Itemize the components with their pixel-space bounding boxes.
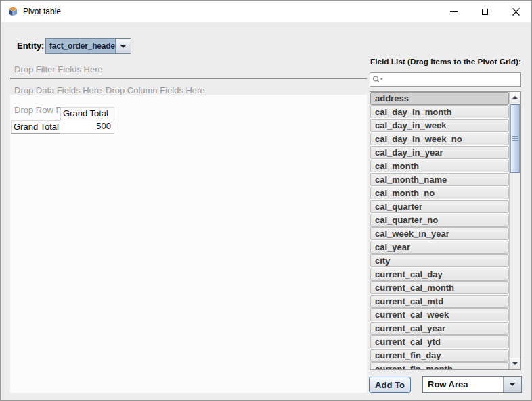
row-header-grand-total[interactable]: Grand Total	[11, 120, 60, 134]
field-search-input[interactable]	[384, 73, 520, 86]
add-to-button[interactable]: Add To	[369, 377, 411, 393]
field-list-item-label: current_cal_day	[375, 269, 443, 279]
entity-label: Entity:	[17, 41, 44, 51]
area-combobox-value: Row Area	[423, 377, 503, 392]
field-list-item[interactable]: cal_quarter	[370, 200, 509, 213]
maximize-icon	[482, 9, 488, 15]
close-button[interactable]	[500, 1, 531, 22]
field-list-item-label: cal_day_in_week	[375, 120, 447, 131]
field-list-item[interactable]: cal_month_no	[370, 187, 509, 199]
field-list-item[interactable]: current_cal_mtd	[370, 295, 509, 308]
field-list-item-label: city	[375, 256, 390, 266]
scroll-down-button[interactable]	[510, 358, 520, 369]
window-title: Pivot table	[23, 7, 61, 16]
minimize-icon	[450, 11, 458, 12]
minimize-button[interactable]	[438, 1, 469, 22]
pivot-table-window: Pivot table Entity: fact_order_header Dr…	[0, 0, 532, 401]
drop-filter-zone[interactable]: Drop Filter Fields Here	[14, 64, 103, 74]
field-list-item-label: cal_quarter	[375, 202, 422, 212]
field-list-item-label: cal_day_in_year	[375, 147, 443, 158]
field-list-item[interactable]: cal_quarter_no	[370, 214, 509, 227]
field-list-item[interactable]: cal_month_name	[370, 173, 509, 186]
field-list-items: addresscal_day_in_monthcal_day_in_weekca…	[370, 92, 509, 369]
field-list-item-label: cal_month_name	[375, 174, 447, 185]
field-list-item[interactable]: current_fin_day	[370, 349, 509, 362]
field-list-item-label: cal_year	[375, 242, 410, 252]
scroll-up-button[interactable]	[510, 92, 520, 103]
maximize-button[interactable]	[469, 1, 500, 22]
field-list-item-label: address	[375, 93, 409, 103]
grand-total-value-cell: 500	[60, 120, 114, 134]
field-list-item-label: current_cal_month	[375, 283, 454, 293]
pivot-grid-canvas: Drop Row Fields Here Grand Total Grand T…	[10, 95, 367, 393]
entity-combobox[interactable]: fact_order_header	[45, 38, 131, 54]
field-list-item[interactable]: current_cal_month	[370, 281, 509, 294]
field-list-item-label: cal_quarter_no	[375, 215, 438, 225]
field-search-box[interactable]	[370, 72, 521, 87]
window-controls	[438, 1, 531, 22]
field-list-item[interactable]: cal_day_in_week	[370, 119, 509, 132]
entity-combobox-arrow-button[interactable]	[115, 39, 131, 53]
field-list-item-label: current_cal_mtd	[375, 296, 443, 306]
field-list-item-label: cal_week_in_year	[375, 229, 449, 239]
area-combobox-arrow-button[interactable]	[503, 377, 521, 392]
field-list-scrollbar[interactable]	[509, 92, 520, 369]
search-icon	[372, 75, 384, 84]
field-list-item[interactable]: cal_day_in_week_no	[370, 133, 509, 145]
separator-line	[10, 78, 367, 79]
entity-combobox-value: fact_order_header	[46, 39, 115, 53]
field-list-label: Field List (Drag Items to the Pivot Grid…	[370, 57, 523, 66]
triangle-up-icon	[512, 96, 518, 99]
field-list-item[interactable]: current_cal_week	[370, 308, 509, 321]
field-list-item[interactable]: city	[370, 254, 509, 267]
drop-column-zone[interactable]: Drop Column Fields Here	[106, 85, 205, 95]
field-list-item[interactable]: cal_week_in_year	[370, 227, 509, 240]
close-icon	[512, 8, 520, 16]
field-list-item-label: current_fin_month	[375, 364, 453, 369]
field-list-item-label: cal_month	[375, 161, 419, 171]
drop-row-zone[interactable]: Drop Row Fields Here	[14, 105, 61, 115]
field-list-item[interactable]: cal_day_in_month	[370, 105, 509, 118]
triangle-down-icon	[512, 362, 518, 365]
field-list-item[interactable]: current_cal_year	[370, 322, 509, 335]
thumb-grip-icon	[512, 136, 518, 141]
field-list-item-label: current_cal_ytd	[375, 337, 441, 347]
field-list-item[interactable]: cal_day_in_year	[370, 146, 509, 159]
title-bar[interactable]: Pivot table	[1, 1, 531, 22]
app-cube-icon	[7, 6, 18, 17]
field-list-item-label: current_fin_day	[375, 350, 441, 360]
field-list: addresscal_day_in_monthcal_day_in_weekca…	[370, 91, 521, 370]
field-list-item-label: current_cal_year	[375, 323, 445, 333]
field-list-item-label: cal_day_in_month	[375, 107, 451, 117]
chevron-down-icon	[509, 383, 516, 386]
field-list-item-label: current_cal_week	[375, 310, 449, 320]
chevron-down-icon	[120, 45, 127, 48]
field-list-item[interactable]: current_fin_month	[370, 362, 509, 369]
field-list-item[interactable]: current_cal_ytd	[370, 335, 509, 348]
area-combobox[interactable]: Row Area	[422, 376, 522, 393]
field-list-item[interactable]: current_cal_day	[370, 268, 509, 281]
field-list-item-label: cal_month_no	[375, 188, 435, 198]
field-list-item[interactable]: address	[370, 92, 509, 105]
column-header-grand-total[interactable]: Grand Total	[60, 107, 114, 120]
field-list-item[interactable]: cal_month	[370, 160, 509, 172]
drop-data-zone[interactable]: Drop Data Fields Here	[14, 85, 102, 95]
field-list-item[interactable]: cal_year	[370, 241, 509, 254]
field-list-item-label: cal_day_in_week_no	[375, 134, 462, 144]
scrollbar-thumb[interactable]	[510, 104, 520, 173]
